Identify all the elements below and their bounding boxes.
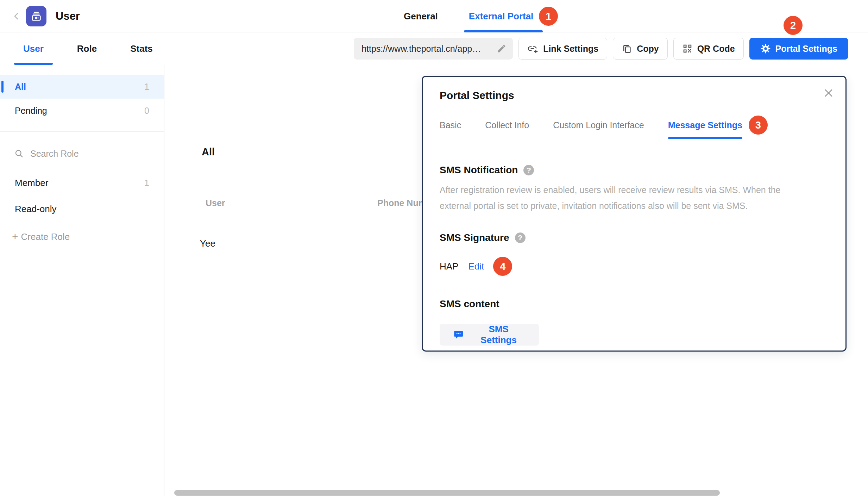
portal-settings-button[interactable]: Portal Settings [749,38,848,60]
edit-signature-link[interactable]: Edit [468,261,484,272]
tab-external-portal[interactable]: External Portal 1 [469,0,558,32]
chat-bubble-icon [453,329,464,341]
horizontal-scrollbar-thumb[interactable] [174,490,720,496]
portal-mode-tabs: General External Portal 1 [404,0,558,32]
tab-user[interactable]: User [23,32,44,65]
copy-button[interactable]: Copy [613,38,668,60]
sms-signature-heading: SMS Signature ? [440,232,829,243]
sidebar: All 1 Pending 0 Member 1 Read-only + Cre… [0,65,164,496]
portal-settings-modal: Portal Settings Basic Collect Info Custo… [422,76,847,352]
annotation-badge-3: 3 [749,116,768,135]
modal-title: Portal Settings [440,89,829,101]
edit-pencil-icon[interactable] [497,44,507,54]
role-list: Member 1 Read-only [0,170,164,222]
sms-notification-description: After registration review is enabled, us… [440,182,829,214]
role-item-member[interactable]: Member 1 [0,170,164,196]
role-member-count: 1 [144,178,149,188]
qr-code-icon [682,43,693,54]
money-app-icon [30,10,43,23]
link-icon [527,43,539,54]
modal-tabs: Basic Collect Info Custom Login Interfac… [423,120,845,139]
portal-url-value: https://www.theportal.cn/app… [361,44,481,54]
help-icon[interactable]: ? [523,165,534,175]
page-title: User [56,10,80,23]
modal-tab-basic[interactable]: Basic [440,120,461,139]
app-header: User General External Portal 1 [0,0,868,32]
back-button[interactable] [11,10,23,22]
sms-content-heading: SMS content [440,298,829,310]
help-icon[interactable]: ? [515,232,526,243]
filter-all-count: 1 [144,82,149,92]
role-search [0,148,164,159]
section-tabs: User Role Stats [23,32,153,65]
sms-notification-heading: SMS Notification ? [440,165,829,176]
search-icon [14,149,24,159]
modal-body: SMS Notification ? After registration re… [423,165,845,346]
modal-tab-message-settings[interactable]: Message Settings 3 [668,120,742,139]
table-row-user-yee[interactable]: Yee [200,238,215,249]
create-role-button[interactable]: + Create Role [0,225,164,248]
copy-icon [622,43,632,54]
qr-code-button[interactable]: QR Code [673,38,744,60]
sidebar-divider [0,131,164,132]
close-icon [823,87,835,99]
modal-tab-custom-login-interface[interactable]: Custom Login Interface [553,120,644,139]
tab-general[interactable]: General [404,0,438,32]
chevron-left-icon [12,12,21,21]
gear-icon [760,43,771,54]
modal-tab-collect-info[interactable]: Collect Info [485,120,529,139]
sidebar-filter-pending[interactable]: Pending 0 [0,99,164,123]
plus-icon: + [12,231,18,243]
sms-settings-button[interactable]: SMS Settings [440,324,539,346]
tab-stats[interactable]: Stats [130,32,153,65]
toolbar-actions: https://www.theportal.cn/app… Link Setti… [354,38,848,60]
sms-signature-row: HAP Edit 4 [440,257,829,276]
list-heading: All [202,146,215,158]
sms-signature-value: HAP [440,261,458,272]
app-logo [26,6,46,26]
close-button[interactable] [822,87,835,99]
filter-pending-count: 0 [144,106,149,116]
toolbar: User Role Stats https://www.theportal.cn… [0,32,868,65]
column-header-user: User [206,198,225,208]
annotation-badge-2: 2 [784,16,803,35]
annotation-badge-4: 4 [493,257,512,276]
annotation-badge-1: 1 [539,7,558,26]
search-role-input[interactable] [30,149,136,159]
sidebar-filter-all[interactable]: All 1 [0,75,164,99]
tab-role[interactable]: Role [77,32,97,65]
portal-url-field[interactable]: https://www.theportal.cn/app… [354,38,513,60]
link-settings-button[interactable]: Link Settings [518,38,607,60]
role-item-read-only[interactable]: Read-only [0,196,164,222]
